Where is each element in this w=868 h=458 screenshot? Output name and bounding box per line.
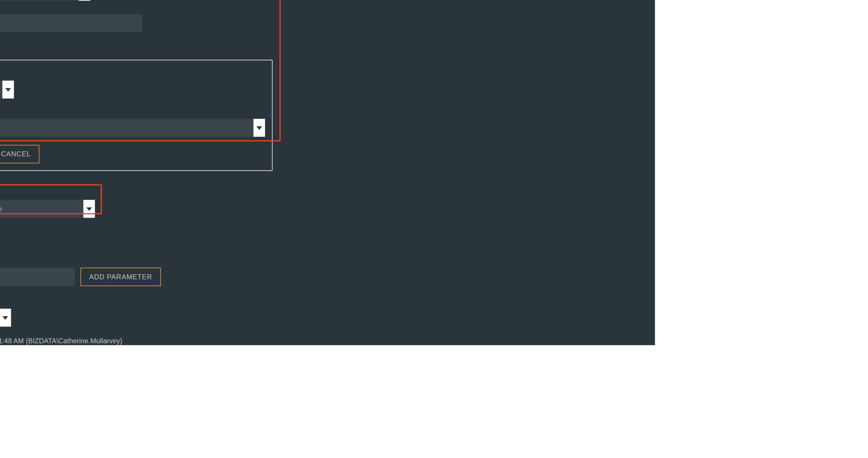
conn-incr-label: Connection for Incremental <box>0 187 104 195</box>
section-conn-incremental: Connection for Incremental No incrementa… <box>0 187 104 218</box>
section-advanced: Hide Advanced Settings Parameters ADD PA… <box>0 234 161 345</box>
add-parameter-button[interactable]: ADD PARAMETER <box>81 267 161 286</box>
schema-label: Schema <box>0 67 265 76</box>
form-panel: Task Name Connection for SQL Connection … <box>0 0 655 345</box>
conn-incr-value: No incremental connection <box>0 200 95 218</box>
dropdown-caret-icon <box>84 200 95 218</box>
dropdown-caret-icon <box>2 81 14 98</box>
logging-select[interactable]: Standard <box>0 309 11 327</box>
sp-label: Stored Procedure <box>0 106 265 114</box>
section-stored-procedure: Stored Procedure Name Schema dbo Stored … <box>0 1 278 171</box>
hide-advanced-toggle[interactable]: Hide Advanced Settings <box>0 234 161 242</box>
sp-select[interactable]: LoadCalendar <box>0 119 265 137</box>
dropdown-caret-icon <box>253 119 265 137</box>
schema-select[interactable]: dbo <box>0 81 14 98</box>
last-modified-text: Last Modified: 22/11/2016 9:11:48 AM (BI… <box>0 337 161 345</box>
conn-incr-select[interactable]: No incremental connection <box>0 200 95 218</box>
dropdown-caret-icon <box>0 309 11 327</box>
sp-name-label: Stored Procedure Name <box>0 1 278 9</box>
sp-value: LoadCalendar <box>0 119 265 137</box>
sp-inner-panel: Schema dbo Stored Procedure LoadCalendar… <box>0 60 273 171</box>
sp-cancel-button[interactable]: CANCEL <box>0 145 39 163</box>
logging-label: Logging <box>0 295 161 304</box>
parameters-input[interactable] <box>0 267 74 286</box>
parameters-label: Parameters <box>0 254 161 263</box>
sp-name-input[interactable] <box>0 14 142 32</box>
